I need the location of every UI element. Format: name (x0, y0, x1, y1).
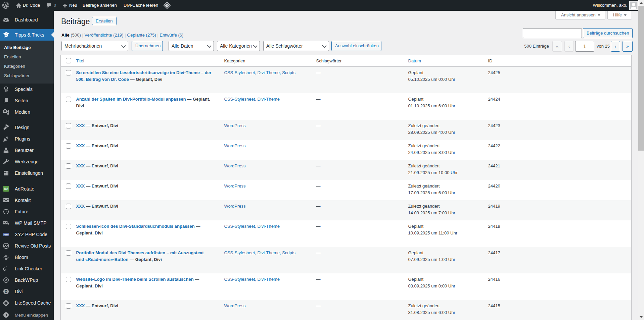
svg-text:PHP: PHP (3, 233, 8, 236)
svg-text:Ad: Ad (4, 187, 8, 191)
svg-text:D: D (5, 289, 7, 294)
